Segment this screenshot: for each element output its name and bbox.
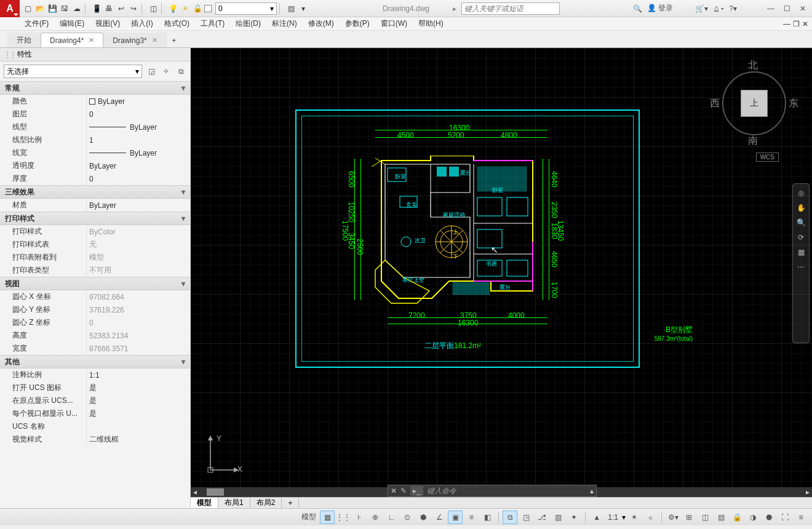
prop-row[interactable]: UCS 名称 (0, 420, 190, 433)
redo-icon[interactable]: ↪ (128, 3, 139, 14)
pickadd-icon[interactable]: ⧉ (175, 66, 186, 77)
layer-combo[interactable]: 0▾ (215, 2, 277, 15)
menu-format[interactable]: 格式(O) (164, 18, 189, 29)
isodraft-icon[interactable]: ⬢ (416, 511, 431, 524)
quick-select-icon[interactable]: ◲ (146, 66, 157, 77)
prop-row[interactable]: 宽度87666.3571 (0, 342, 190, 355)
menu-dimension[interactable]: 标注(N) (272, 18, 297, 29)
prop-category[interactable]: 视图 (0, 277, 190, 290)
selection-combo[interactable]: 无选择▾ (4, 65, 142, 78)
cmd-customize-icon[interactable]: ✎ (400, 487, 407, 495)
prop-row[interactable]: 线型ByLayer (0, 121, 190, 133)
undo-icon[interactable]: ↩ (116, 3, 127, 14)
nav-zoom-icon[interactable]: 🔍 (797, 218, 806, 227)
doc-tab-drawing3[interactable]: Drawing3*✕ (103, 33, 166, 47)
prop-category[interactable]: 打印样式 (0, 212, 190, 225)
lock-ui-icon[interactable]: 🔒 (730, 511, 744, 524)
mdi-close-icon[interactable]: ✕ (802, 20, 808, 28)
dynamic-input-icon[interactable]: ⊕ (368, 511, 383, 524)
prop-category[interactable]: 其他 (0, 355, 190, 368)
prop-row[interactable]: 打印表附着到模型 (0, 251, 190, 264)
prop-row[interactable]: 图层0 (0, 108, 190, 121)
lock-icon[interactable]: 🔓 (192, 3, 203, 14)
clean-screen-icon[interactable]: ⛶ (778, 511, 792, 524)
drawing-canvas[interactable]: 4500 5200 4800 16300 6500 10250 3450 175… (191, 48, 812, 508)
workspace-icon[interactable]: ⚙▾ (666, 511, 680, 524)
help-icon[interactable]: ?▾ (729, 4, 737, 13)
units-icon[interactable]: ◫ (698, 511, 712, 524)
menu-window[interactable]: 窗口(W) (381, 18, 407, 29)
prop-row[interactable]: 圆心 Y 坐标37619.226 (0, 303, 190, 316)
menu-modify[interactable]: 修改(M) (308, 18, 334, 29)
polar-icon[interactable]: ⊙ (400, 511, 415, 524)
prop-row[interactable]: 厚度0 (0, 172, 190, 185)
qat-more-icon[interactable]: ▾ (298, 3, 309, 14)
exchange-icon[interactable]: ⩠▾ (713, 4, 724, 13)
cmd-close-icon[interactable]: ✕ (391, 487, 397, 495)
3dosnap-icon[interactable]: ◳ (519, 511, 533, 524)
mobile-icon[interactable]: 📱 (91, 3, 102, 14)
menu-draw[interactable]: 绘图(D) (236, 18, 261, 29)
prop-row[interactable]: 打开 UCS 图标是 (0, 381, 190, 394)
menu-insert[interactable]: 插入(I) (131, 18, 153, 29)
autoscale-icon[interactable]: ⟐ (643, 511, 658, 524)
dynamic-ucs-icon[interactable]: ⎇ (535, 511, 549, 524)
nav-showmotion-icon[interactable]: ▦ (798, 248, 805, 257)
prop-row[interactable]: 透明度ByLayer (0, 159, 190, 172)
quick-properties-icon[interactable]: ▤ (714, 511, 728, 524)
nav-wheel-icon[interactable]: ◎ (798, 189, 804, 197)
customize-status-icon[interactable]: ≡ (794, 511, 808, 524)
minimize-icon[interactable]: — (765, 3, 776, 14)
doc-tab-start[interactable]: 开始 (7, 33, 41, 47)
infer-constraints-icon[interactable]: ⊦ (352, 511, 367, 524)
grid-display-icon[interactable]: ▦ (320, 511, 335, 524)
match-icon[interactable]: ◫ (148, 3, 159, 14)
prop-row[interactable]: 线宽ByLayer (0, 146, 190, 159)
annotation-visibility-icon[interactable]: ✶ (627, 511, 642, 524)
prop-row[interactable]: 打印表类型不可用 (0, 264, 190, 277)
command-line[interactable]: ✕ ✎ ▸_ 键入命令 ▴ (388, 485, 597, 497)
selection-filter-icon[interactable]: ▥ (551, 511, 565, 524)
nav-orbit-icon[interactable]: ⟳ (798, 233, 804, 242)
transparency-icon[interactable]: ◧ (480, 511, 495, 524)
menu-edit[interactable]: 编辑(E) (60, 18, 84, 29)
annotation-monitor-icon[interactable]: ⊞ (682, 511, 696, 524)
search-input[interactable] (461, 2, 560, 15)
doc-tab-new[interactable]: + (167, 33, 181, 47)
prop-row[interactable]: 打印样式ByColor (0, 225, 190, 238)
gizmo-icon[interactable]: ✦ (567, 511, 581, 524)
sun-icon[interactable]: ☀ (180, 3, 191, 14)
bulb-icon[interactable]: 💡 (167, 3, 178, 14)
properties-title[interactable]: 特性 (0, 48, 190, 62)
menu-file[interactable]: 文件(F) (25, 18, 49, 29)
search-play-icon[interactable]: ▸ (453, 4, 456, 13)
tab-close-icon[interactable]: ✕ (152, 36, 157, 44)
prop-row[interactable]: 打印样式表无 (0, 238, 190, 251)
cmd-history-icon[interactable]: ▴ (590, 487, 594, 495)
prop-category[interactable]: 常规 (0, 81, 190, 95)
prop-row[interactable]: 每个视口都显示 U...是 (0, 407, 190, 420)
prop-row[interactable]: 视觉样式二维线框 (0, 433, 190, 446)
osnap-tracking-icon[interactable]: ∠ (432, 511, 447, 524)
ortho-icon[interactable]: ∟ (384, 511, 399, 524)
hardware-accel-icon[interactable]: ⬣ (762, 511, 776, 524)
prop-row[interactable]: 注释比例1:1 (0, 368, 190, 381)
lineweight-icon[interactable]: ≡ (464, 511, 479, 524)
save-icon[interactable]: 💾 (47, 3, 58, 14)
menu-tools[interactable]: 工具(T) (201, 18, 225, 29)
tab-close-icon[interactable]: ✕ (89, 36, 94, 44)
view-cube[interactable]: 上 北 南 东 西 (711, 60, 797, 146)
osnap-2d-icon[interactable]: ▣ (448, 511, 463, 524)
open-icon[interactable]: 📂 (34, 3, 46, 14)
cloud-icon[interactable]: ☁ (71, 3, 82, 14)
mdi-minimize-icon[interactable]: — (783, 20, 790, 28)
layout-tab-model[interactable]: 模型 (191, 498, 218, 509)
layout-tab-add[interactable]: + (282, 498, 299, 509)
app-menu-button[interactable]: A (0, 0, 20, 17)
plot-icon[interactable]: 🖶 (103, 3, 114, 14)
layer-color-swatch[interactable] (204, 5, 212, 12)
menu-parametric[interactable]: 参数(P) (345, 18, 370, 29)
prop-row[interactable]: 在原点显示 UCS...是 (0, 394, 190, 407)
status-model-label[interactable]: 模型 (299, 512, 319, 522)
prop-row[interactable]: 圆心 X 坐标97082.664 (0, 290, 190, 303)
